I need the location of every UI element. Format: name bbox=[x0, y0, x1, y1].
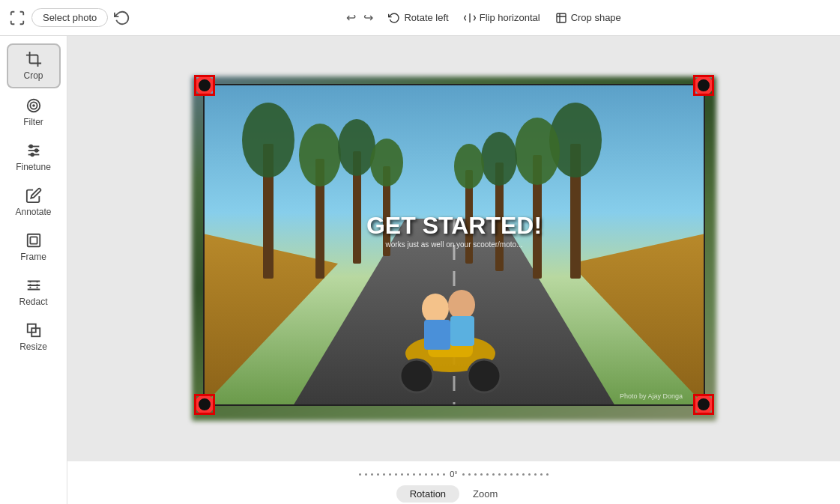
crop-photo: GET STARTED! works just as well on your … bbox=[203, 84, 705, 406]
crop-icon bbox=[25, 51, 42, 67]
crop-handle-bottom-right[interactable] bbox=[695, 396, 712, 413]
flip-horizontal-button[interactable]: Flip horizontal bbox=[464, 12, 540, 24]
ruler-dot bbox=[522, 473, 525, 476]
ruler-dot bbox=[395, 473, 397, 476]
svg-rect-40 bbox=[424, 320, 450, 350]
history-icon[interactable] bbox=[114, 10, 130, 26]
svg-rect-10 bbox=[27, 234, 40, 247]
canvas-wrapper: GET STARTED! works just as well on your … bbox=[67, 36, 840, 461]
sidebar-filter-label: Filter bbox=[23, 117, 43, 127]
ruler-dot bbox=[419, 473, 421, 476]
svg-point-22 bbox=[299, 124, 341, 186]
svg-point-30 bbox=[515, 118, 560, 185]
sidebar-redact-label: Redact bbox=[19, 297, 47, 307]
crop-shape-button[interactable]: Crop shape bbox=[555, 12, 621, 24]
sidebar-item-finetune[interactable]: Finetune bbox=[7, 136, 61, 178]
top-bar-left: Select photo bbox=[9, 8, 130, 27]
svg-point-41 bbox=[448, 290, 475, 320]
sidebar-resize-label: Resize bbox=[19, 341, 47, 352]
svg-text:GET STARTED!: GET STARTED! bbox=[366, 212, 541, 239]
svg-point-32 bbox=[481, 132, 517, 186]
ruler-dot bbox=[468, 473, 471, 476]
sidebar-item-annotate[interactable]: Annotate bbox=[7, 181, 61, 223]
sidebar-item-resize[interactable]: Resize bbox=[7, 316, 61, 358]
select-photo-button[interactable]: Select photo bbox=[31, 8, 108, 27]
crop-handle-top-right[interactable] bbox=[695, 77, 712, 94]
expand-icon[interactable] bbox=[9, 10, 25, 26]
redact-icon bbox=[25, 277, 42, 294]
zoom-tab[interactable]: Zoom bbox=[459, 485, 511, 503]
ruler-dot bbox=[377, 473, 379, 476]
ruler-dot bbox=[389, 473, 391, 476]
svg-rect-42 bbox=[450, 316, 474, 346]
sidebar-item-crop[interactable]: Crop bbox=[7, 43, 61, 88]
svg-rect-11 bbox=[30, 237, 37, 243]
top-bar: Select photo ↩ ↪ Rotate left Flip horizo… bbox=[0, 0, 840, 36]
rotation-tab[interactable]: Rotation bbox=[396, 485, 459, 503]
photo-container: GET STARTED! works just as well on your … bbox=[192, 76, 716, 421]
ruler-dot bbox=[486, 473, 489, 476]
svg-point-38 bbox=[468, 359, 501, 392]
rotate-left-label: Rotate left bbox=[404, 12, 448, 23]
undo-button[interactable]: ↩ bbox=[346, 10, 356, 25]
degree-label: 0° bbox=[450, 470, 458, 479]
sidebar-item-frame[interactable]: Frame bbox=[7, 226, 61, 268]
flip-horizontal-label: Flip horizontal bbox=[480, 12, 540, 23]
ruler-dot bbox=[401, 473, 403, 476]
ruler-dot bbox=[540, 473, 543, 476]
ruler-dot bbox=[492, 473, 495, 476]
sidebar-finetune-label: Finetune bbox=[16, 162, 51, 172]
toolbar-center: ↩ ↪ Rotate left Flip horizontal Crop sha… bbox=[136, 10, 831, 25]
ruler-dot bbox=[413, 473, 415, 476]
svg-point-26 bbox=[370, 139, 403, 186]
svg-text:works just as well on your sco: works just as well on your scooter/moto.… bbox=[384, 240, 522, 249]
ruler-dot bbox=[371, 473, 373, 476]
resize-icon bbox=[25, 322, 42, 338]
sidebar-item-redact[interactable]: Redact bbox=[7, 271, 61, 313]
ruler-dot bbox=[407, 473, 409, 476]
svg-point-39 bbox=[422, 294, 449, 324]
svg-point-3 bbox=[33, 105, 34, 106]
ruler-dot bbox=[546, 473, 549, 476]
ruler-dot bbox=[474, 473, 477, 476]
bottom-tabs: Rotation Zoom bbox=[396, 485, 512, 503]
sidebar-item-filter[interactable]: Filter bbox=[7, 91, 61, 133]
ruler-dot bbox=[383, 473, 385, 476]
ruler-dot bbox=[359, 473, 361, 476]
annotate-icon bbox=[25, 187, 42, 204]
ruler-dot bbox=[498, 473, 501, 476]
ruler-dot bbox=[480, 473, 483, 476]
crop-shape-icon bbox=[555, 12, 567, 24]
svg-point-20 bbox=[242, 103, 294, 177]
crop-handle-top-left[interactable] bbox=[196, 77, 213, 94]
rotate-left-button[interactable]: Rotate left bbox=[388, 12, 448, 24]
ruler-dot bbox=[534, 473, 537, 476]
svg-text:Photo by Ajay Donga: Photo by Ajay Donga bbox=[619, 392, 682, 400]
ruler-dot bbox=[425, 473, 427, 476]
svg-point-9 bbox=[31, 154, 34, 157]
crop-handle-bottom-left[interactable] bbox=[196, 396, 213, 413]
svg-point-24 bbox=[338, 119, 375, 176]
ruler-dot bbox=[437, 473, 439, 476]
sidebar-annotate-label: Annotate bbox=[15, 207, 51, 217]
flip-icon bbox=[464, 12, 476, 24]
svg-point-37 bbox=[400, 359, 433, 392]
redo-button[interactable]: ↪ bbox=[363, 10, 373, 25]
sidebar: Crop Filter Finetune Annotate F bbox=[0, 36, 67, 504]
finetune-icon bbox=[25, 142, 42, 159]
ruler-dot bbox=[462, 473, 465, 476]
crop-shape-label: Crop shape bbox=[571, 12, 621, 23]
ruler-dot bbox=[431, 473, 433, 476]
photo-svg: GET STARTED! works just as well on your … bbox=[203, 84, 705, 406]
rotate-left-icon bbox=[388, 12, 400, 24]
ruler-dot bbox=[510, 473, 513, 476]
rotation-ruler: 0° bbox=[67, 466, 840, 482]
svg-point-8 bbox=[34, 149, 37, 152]
svg-point-34 bbox=[454, 144, 484, 189]
svg-rect-0 bbox=[557, 13, 566, 22]
sidebar-crop-label: Crop bbox=[23, 70, 43, 81]
ruler-dot bbox=[365, 473, 367, 476]
ruler-left bbox=[359, 473, 445, 476]
ruler-dot bbox=[443, 473, 445, 476]
main-layout: Crop Filter Finetune Annotate F bbox=[0, 36, 840, 504]
